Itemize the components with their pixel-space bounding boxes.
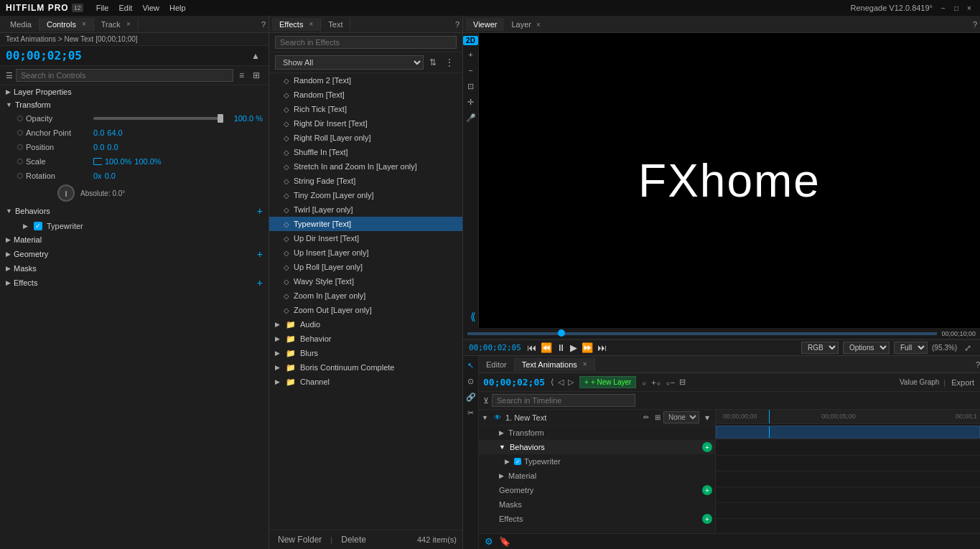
tl-search-input[interactable]: [492, 394, 635, 407]
behaviors-header[interactable]: ▼ Behaviors +: [0, 203, 269, 219]
tab-text-animations-close[interactable]: ×: [583, 360, 587, 368]
effect-rich-tick[interactable]: ◇ Rich Tick [Text]: [269, 102, 462, 116]
viewer-tool-fit[interactable]: ⊡: [465, 80, 477, 93]
effect-up-roll[interactable]: ◇ Up Roll [Layer only]: [269, 260, 462, 274]
panel-help-icon[interactable]: ?: [261, 20, 266, 29]
layer-options-btn[interactable]: ▾: [702, 411, 712, 424]
rotation-dial[interactable]: [57, 184, 75, 202]
effect-tiny-zoom[interactable]: ◇ Tiny Zoom [Layer only]: [269, 188, 462, 202]
layer-merge-btn[interactable]: ⊞: [655, 413, 661, 421]
viewer-expand-icon[interactable]: ⟪: [470, 311, 476, 322]
behaviors-add-btn[interactable]: +: [257, 205, 263, 217]
folder-behavior[interactable]: ▶ 📁 Behavior: [269, 332, 462, 346]
layer-properties-header[interactable]: ▶ Layer Properties: [0, 85, 269, 98]
folder-channel[interactable]: ▶ 📁 Channel: [269, 375, 462, 389]
clip-block[interactable]: [716, 426, 980, 438]
viewer-tool-zoom-in[interactable]: +: [465, 48, 477, 61]
layer-visibility-btn[interactable]: 👁: [493, 413, 503, 423]
tl-material-row[interactable]: ▶ Material: [479, 469, 715, 483]
effect-zoom-in[interactable]: ◇ Zoom In [Layer only]: [269, 288, 462, 303]
value-graph-btn[interactable]: Value Graph: [900, 378, 939, 386]
tl-export-btn[interactable]: Export: [950, 378, 976, 387]
effects-sort-btn[interactable]: ⇅: [426, 56, 439, 69]
effect-zoom-out[interactable]: ◇ Zoom Out [Layer only]: [269, 303, 462, 317]
tab-viewer[interactable]: Viewer: [466, 18, 504, 31]
timeline-tracks[interactable]: 00;00;00;00 00;00;05;00 00;00;1: [716, 410, 980, 533]
tl-geometry-row[interactable]: Geometry +: [479, 483, 715, 497]
controls-grid-view-btn[interactable]: ⊞: [250, 69, 263, 82]
effects-more-btn[interactable]: ⋮: [442, 56, 457, 69]
editor-help-icon[interactable]: ?: [976, 360, 980, 369]
folder-boris[interactable]: ▶ 📁 Boris Continuum Complete: [269, 360, 462, 375]
geometry-tl-add-btn[interactable]: +: [702, 485, 712, 495]
delete-btn[interactable]: Delete: [338, 533, 369, 546]
effect-random2[interactable]: ◇ Random 2 [Text]: [269, 73, 462, 88]
tl-keyframe-btn[interactable]: ⬦: [640, 378, 648, 387]
options-select[interactable]: Options: [843, 342, 890, 354]
effects-search-input[interactable]: [275, 36, 457, 49]
effect-right-roll[interactable]: ◇ Right Roll [Layer only]: [269, 131, 462, 145]
menu-view[interactable]: View: [138, 2, 164, 14]
minimize-button[interactable]: −: [938, 3, 948, 13]
controls-search-input[interactable]: [16, 69, 233, 82]
go-to-start-btn[interactable]: ⏮: [526, 342, 538, 353]
tl-add-key-btn[interactable]: +⬦: [650, 378, 662, 387]
tl-prev-key-btn[interactable]: ⟨: [549, 377, 555, 387]
tool-cut[interactable]: ✂: [465, 406, 477, 419]
geometry-header[interactable]: ▶ Geometry +: [0, 246, 269, 262]
close-button[interactable]: ×: [964, 3, 974, 13]
color-mode-select[interactable]: RGB: [801, 342, 839, 354]
typewriter-tl-checkbox[interactable]: ✓: [514, 458, 521, 465]
tab-text-animations[interactable]: Text Animations ×: [515, 358, 595, 371]
layer-blend-mode[interactable]: None: [663, 411, 699, 423]
effects-tl-add-btn[interactable]: +: [702, 514, 712, 524]
effect-twirl[interactable]: ◇ Twirl [Layer only]: [269, 202, 462, 217]
scale-dot[interactable]: [17, 159, 23, 164]
behaviors-tl-add-btn[interactable]: +: [702, 442, 712, 452]
tool-link[interactable]: 🔗: [465, 390, 477, 403]
rotation-dot[interactable]: [17, 173, 23, 179]
menu-help[interactable]: Help: [165, 2, 190, 14]
material-header[interactable]: ▶ Material: [0, 233, 269, 246]
effects-add-btn[interactable]: +: [257, 277, 263, 288]
tab-controls-close[interactable]: ×: [82, 20, 86, 28]
effect-stretch-zoom[interactable]: ◇ Stretch In and Zoom In [Layer only]: [269, 159, 462, 174]
effect-up-dir-insert[interactable]: ◇ Up Dir Insert [Text]: [269, 231, 462, 245]
timecode-up-btn[interactable]: ▲: [248, 50, 263, 62]
position-dot[interactable]: [17, 144, 23, 150]
tab-text[interactable]: Text: [321, 18, 350, 31]
go-to-end-btn[interactable]: ⏭: [596, 342, 608, 353]
masks-header[interactable]: ▶ Masks: [0, 262, 269, 275]
tl-typewriter-row[interactable]: ▶ ✓ Typewriter: [479, 454, 715, 469]
viewer-tool-move[interactable]: ✛: [465, 95, 477, 108]
opacity-slider[interactable]: [93, 117, 220, 120]
effects-header[interactable]: ▶ Effects +: [0, 275, 269, 291]
tab-track-close[interactable]: ×: [126, 20, 131, 28]
next-frame-btn[interactable]: ⏩: [580, 342, 594, 353]
layer-new-text[interactable]: ▼ 👁 1. New Text ✏ ⊞ None ▾: [479, 410, 715, 426]
tab-effects[interactable]: Effects ×: [272, 18, 321, 31]
tab-layer-close[interactable]: ×: [536, 21, 541, 29]
folder-audio[interactable]: ▶ 📁 Audio: [269, 317, 462, 332]
anchor-point-dot[interactable]: [17, 130, 23, 136]
show-all-select[interactable]: Show All: [275, 55, 424, 70]
tl-masks-row[interactable]: Masks: [479, 497, 715, 512]
gear-icon[interactable]: ⚙: [485, 536, 493, 547]
viewer-expand-btn[interactable]: ⤢: [961, 342, 974, 355]
tl-snap-btn[interactable]: ⊟: [678, 377, 687, 387]
viewer-help-icon[interactable]: ?: [973, 20, 977, 29]
tl-behaviors-row[interactable]: ▼ Behaviors +: [479, 440, 715, 454]
layer-edit-btn[interactable]: ✏: [643, 413, 649, 421]
effect-shuffle-in[interactable]: ◇ Shuffle In [Text]: [269, 145, 462, 159]
viewer-scrubber[interactable]: 00;00;10;00: [463, 328, 980, 339]
effect-string-fade[interactable]: ◇ String Fade [Text]: [269, 174, 462, 188]
tab-layer[interactable]: Layer ×: [504, 18, 547, 31]
tool-select[interactable]: ↖: [465, 359, 477, 372]
tab-editor[interactable]: Editor: [479, 358, 515, 371]
transform-header[interactable]: ▼ Transform: [0, 98, 269, 111]
controls-list-view-btn[interactable]: ≡: [236, 69, 247, 82]
effect-wavy-style[interactable]: ◇ Wavy Style [Text]: [269, 274, 462, 288]
tl-effects-row[interactable]: Effects +: [479, 512, 715, 526]
tab-track[interactable]: Track ×: [94, 18, 139, 31]
new-folder-btn[interactable]: New Folder: [275, 533, 325, 546]
